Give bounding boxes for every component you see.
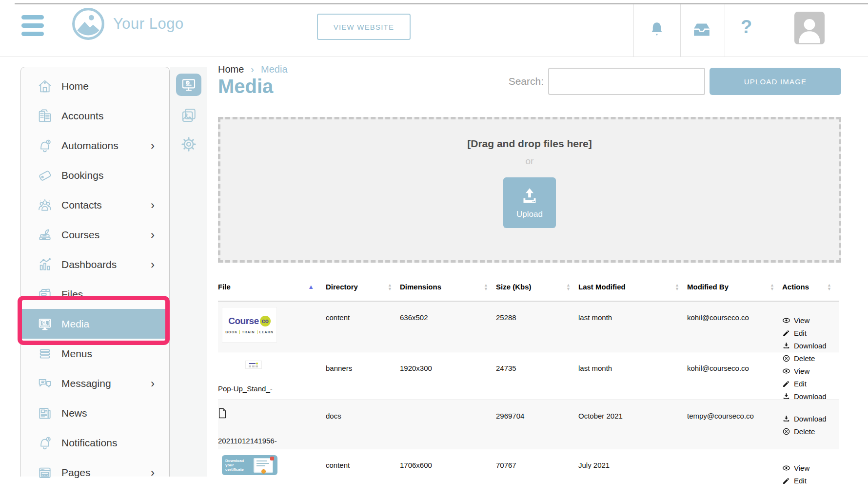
chevron-right-icon: › xyxy=(151,140,155,152)
column-header-dimensions[interactable]: Dimensions ▲▼ xyxy=(400,283,496,291)
delete-action[interactable]: Delete xyxy=(782,425,834,438)
column-header-size[interactable]: Size (Kbs) ▲▼ xyxy=(496,283,578,291)
search-input[interactable] xyxy=(548,68,705,95)
cell-directory: docs xyxy=(326,400,400,449)
column-header-directory[interactable]: Directory ▲▼ xyxy=(326,283,400,291)
media-monitor-icon xyxy=(180,77,197,93)
view-action[interactable]: View xyxy=(782,364,834,377)
cell-file: 20211012141956- xyxy=(218,400,326,449)
sidebar-item-pages[interactable]: Pages › xyxy=(21,458,169,487)
dropzone-upload-button[interactable]: Upload xyxy=(503,177,556,228)
sidebar-item-courses[interactable]: Courses › xyxy=(21,220,169,249)
sidebar-item-media[interactable]: Media xyxy=(21,309,169,339)
download-action[interactable]: Download xyxy=(782,339,834,352)
table-row: Download your certificate content 1706x6… xyxy=(218,449,839,498)
sort-icon[interactable]: ▲▼ xyxy=(770,283,774,291)
sidebar-item-notifications[interactable]: Notifications xyxy=(21,428,169,458)
sidebar-item-news[interactable]: News xyxy=(21,398,169,428)
pages-window-icon xyxy=(37,465,53,480)
upload-image-button[interactable]: UPLOAD IMAGE xyxy=(710,68,841,95)
gear-icon xyxy=(180,135,197,153)
logo[interactable]: Your Logo xyxy=(71,7,184,41)
delete-circle-x-icon xyxy=(782,427,790,436)
help-icon[interactable]: ? xyxy=(741,17,752,38)
sidebar-nav: Home Accounts Automations › Bookings Con… xyxy=(20,67,170,477)
sidebar-item-messaging[interactable]: Messaging › xyxy=(21,368,169,398)
column-header-actions[interactable]: Actions ▲▼ xyxy=(782,283,839,291)
upload-icon xyxy=(519,186,540,206)
view-icon xyxy=(782,316,790,325)
view-action[interactable]: View xyxy=(782,461,834,474)
sidebar-item-contacts[interactable]: Contacts › xyxy=(21,190,169,220)
settings-tab[interactable] xyxy=(179,135,198,153)
dropzone[interactable]: [Drag and drop files here] or Upload xyxy=(218,117,841,263)
download-icon xyxy=(782,342,790,350)
media-display-tab[interactable] xyxy=(176,74,201,96)
cell-size: 70767 xyxy=(496,449,578,498)
sort-icon[interactable]: ▲▼ xyxy=(388,283,392,291)
hamburger-menu-icon[interactable] xyxy=(21,15,44,38)
file-thumbnail[interactable] xyxy=(245,361,262,369)
sidebar-item-label: Bookings xyxy=(61,170,103,181)
notifications-bell-icon[interactable] xyxy=(649,19,665,38)
file-thumbnail[interactable]: Download your certificate xyxy=(222,455,277,475)
cell-dimensions: 1706x600 xyxy=(400,449,496,498)
photos-stack-icon xyxy=(180,107,197,124)
automations-bell-icon xyxy=(37,138,53,153)
inbox-tray-icon[interactable] xyxy=(691,22,712,37)
person-silhouette-icon xyxy=(794,12,825,44)
column-header-file[interactable]: File ▲ xyxy=(218,283,326,291)
breadcrumb-home-link[interactable]: Home xyxy=(218,64,244,75)
dashboards-chart-icon xyxy=(37,257,53,272)
view-action[interactable]: View xyxy=(782,314,834,326)
view-website-button[interactable]: VIEW WEBSITE xyxy=(317,14,411,40)
file-thumbnail[interactable]: Course co BOOK TRAIN LEARN xyxy=(222,307,277,343)
edit-pencil-icon xyxy=(782,477,790,485)
logo-text: Your Logo xyxy=(113,15,184,33)
sidebar-item-dashboards[interactable]: Dashboards › xyxy=(21,249,169,279)
header-divider xyxy=(725,4,725,57)
sort-icon[interactable]: ▲▼ xyxy=(484,283,488,291)
edit-action[interactable]: Edit xyxy=(782,326,834,339)
document-file-icon[interactable] xyxy=(218,408,227,419)
menus-lines-icon xyxy=(37,346,53,362)
chevron-right-icon: › xyxy=(151,259,155,270)
edit-action[interactable]: Edit xyxy=(782,474,834,487)
images-tab[interactable] xyxy=(179,106,198,125)
sort-icon[interactable]: ▲▼ xyxy=(566,283,571,291)
sidebar-item-label: Home xyxy=(61,80,89,92)
messaging-chat-icon xyxy=(37,376,53,391)
media-subnav-iconbar xyxy=(170,67,207,477)
home-icon xyxy=(37,78,53,94)
sort-icon[interactable]: ▲▼ xyxy=(675,283,679,291)
view-icon xyxy=(782,464,790,472)
cell-dimensions xyxy=(400,400,496,449)
chevron-right-icon: › xyxy=(151,229,155,241)
avatar[interactable] xyxy=(794,12,825,44)
sidebar-item-automations[interactable]: Automations › xyxy=(21,131,169,160)
column-header-modified-by[interactable]: Modified By ▲▼ xyxy=(687,283,782,291)
sidebar-item-label: Pages xyxy=(61,467,91,479)
file-name: 20211012141956- xyxy=(218,437,321,445)
sidebar-item-label: Contacts xyxy=(61,199,102,211)
download-action[interactable]: Download xyxy=(782,412,834,425)
edit-action[interactable]: Edit xyxy=(782,377,834,390)
files-folder-icon xyxy=(37,287,53,302)
column-header-last-modified[interactable]: Last Modified ▲▼ xyxy=(578,283,687,291)
search-group: Search: UPLOAD IMAGE xyxy=(509,68,841,95)
sidebar-item-bookings[interactable]: Bookings xyxy=(21,160,169,190)
edit-pencil-icon xyxy=(782,380,790,388)
sidebar-item-menus[interactable]: Menus xyxy=(21,339,169,368)
dropzone-headline: [Drag and drop files here] xyxy=(467,138,592,150)
sort-asc-icon[interactable]: ▲ xyxy=(308,283,314,290)
notifications-bell-icon xyxy=(37,435,53,451)
sidebar-item-label: Courses xyxy=(61,229,99,241)
cell-last-modified: October 2021 xyxy=(578,400,687,449)
sidebar-item-home[interactable]: Home xyxy=(21,71,169,101)
chevron-right-icon: › xyxy=(151,467,155,479)
sidebar-item-accounts[interactable]: Accounts xyxy=(21,101,169,131)
sidebar-item-files[interactable]: Files xyxy=(21,279,169,309)
view-icon xyxy=(782,367,790,375)
sort-icon[interactable]: ▲▼ xyxy=(827,283,831,291)
table-row: 20211012141956- docs 2969704 October 202… xyxy=(218,400,839,449)
